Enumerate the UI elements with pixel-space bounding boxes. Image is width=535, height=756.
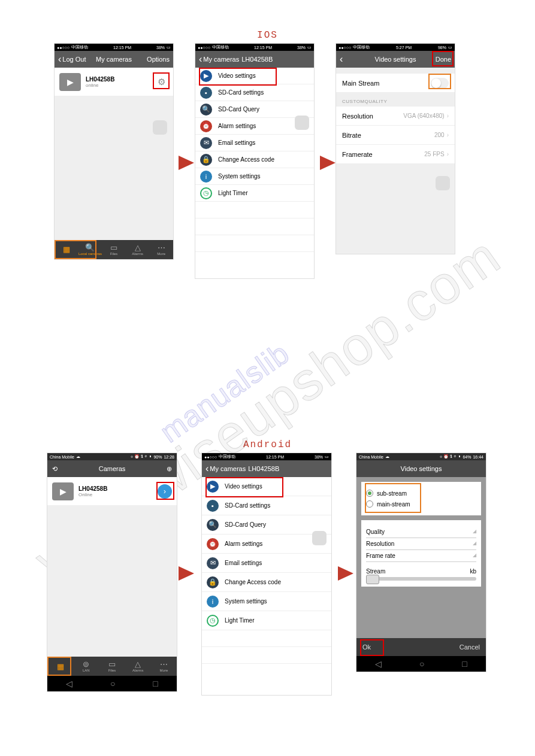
empty-row (195, 252, 314, 278)
nav-recent-icon[interactable]: □ (462, 659, 467, 669)
tab-cameras[interactable]: ▦ (55, 240, 78, 259)
sdcard-icon: ▪ (200, 87, 212, 99)
tab-lan[interactable]: ⊚LAN (73, 657, 99, 676)
radio-icon (366, 500, 373, 508)
video-icon: ▶ (207, 481, 219, 493)
row-system-settings[interactable]: iSystem settings (195, 168, 314, 185)
framerate-field[interactable]: Frame rate◢ (366, 550, 476, 562)
nav-back-icon[interactable]: ◁ (375, 659, 382, 669)
bell-icon: △ (135, 660, 141, 668)
row-light-timer[interactable]: ◷Light Timer (195, 185, 314, 202)
nav-title: Cameras (47, 465, 177, 472)
tab-more[interactable]: ⋯More (151, 657, 177, 676)
camera-row[interactable]: ▶ LH04258B Online › (47, 477, 177, 506)
row-email-settings[interactable]: ✉Email settings (195, 135, 314, 151)
main-stream-row[interactable]: Main Stream (336, 74, 455, 93)
bitrate-row[interactable]: Bitrate 200› (336, 126, 455, 145)
radio-main-stream[interactable]: main-stream (366, 499, 476, 509)
alarm-icon: ⏰ (207, 538, 219, 550)
nav-title: LH04258B (248, 465, 279, 472)
search-icon: 🔍 (200, 104, 212, 116)
nav-home-icon[interactable]: ○ (110, 679, 115, 688)
video-settings-body: Main Stream CUSTOMQUALITY Resolution VGA… (336, 68, 455, 254)
camera-row[interactable]: ▶ LH04258B online ⚙ (55, 68, 173, 96)
quality-field[interactable]: Quality◢ (366, 526, 476, 538)
row-sdcard-settings[interactable]: ▪SD-Card settings (202, 496, 331, 515)
nav-bar: ‹Log Out My cameras Options (55, 51, 173, 68)
assistive-touch-icon[interactable] (312, 531, 327, 545)
more-icon: ⋯ (158, 244, 165, 251)
status-bar: China Mobile☁ ⟐ ⏰ ⇅ ᯤ ▮64%16:44 (356, 453, 486, 460)
ok-button[interactable]: Ok (362, 643, 371, 651)
framerate-row[interactable]: Framerate 25 FPS› (336, 145, 455, 164)
arrow-icon (179, 156, 194, 170)
tab-files[interactable]: ▭Files (99, 657, 125, 676)
tab-local[interactable]: 🔍Local cameras (78, 240, 102, 259)
timer-icon: ◷ (200, 187, 212, 199)
tab-files[interactable]: ▭Files (102, 240, 126, 259)
settings-list: ▶Video settings ▪SD-Card settings 🔍SD-Ca… (195, 68, 314, 278)
assistive-touch-icon[interactable] (153, 120, 167, 135)
dropdown-icon: ◢ (473, 541, 476, 547)
row-light-timer[interactable]: ◷Light Timer (202, 611, 331, 630)
row-video-settings[interactable]: ▶Video settings (195, 68, 314, 84)
radio-sub-stream[interactable]: sub-stream (366, 488, 476, 499)
row-system-settings[interactable]: iSystem settings (202, 592, 331, 611)
sdcard-icon: ▪ (207, 500, 219, 512)
row-change-access[interactable]: 🔒Change Access code (195, 151, 314, 168)
tab-alarms[interactable]: △Alarms (125, 657, 151, 676)
back-button[interactable]: ‹My cameras (205, 465, 246, 472)
timer-icon: ◷ (207, 615, 219, 627)
android-screen-1: China Mobile☁ ⟐ ⏰ ⇅ ᯤ ▮90%12:28 ⟲ Camera… (47, 453, 177, 692)
chevron-right-icon: › (447, 113, 449, 119)
assistive-touch-icon[interactable] (436, 176, 450, 190)
radio-icon (366, 490, 373, 497)
empty-row (195, 235, 314, 252)
status-bar: ●●○○○中国移动 12:15 PM 38%▭ (202, 453, 331, 460)
nav-back-icon[interactable]: ◁ (66, 679, 72, 688)
cancel-button[interactable]: Cancel (460, 643, 480, 651)
email-icon: ✉ (200, 137, 212, 149)
row-video-settings[interactable]: ▶Video settings (202, 477, 331, 496)
row-sdcard-settings[interactable]: ▪SD-Card settings (195, 84, 314, 101)
empty-row (195, 202, 314, 218)
nav-recent-icon[interactable]: □ (153, 679, 158, 688)
gear-button[interactable]: ⚙ (154, 75, 168, 89)
android-screen-2: ●●○○○中国移动 12:15 PM 38%▭ ‹My cameras LH04… (201, 453, 332, 696)
options-button[interactable]: Options (147, 56, 170, 63)
lan-icon: ⊚ (83, 660, 89, 668)
tab-more[interactable]: ⋯More (149, 240, 173, 259)
chevron-left-icon: ‹ (205, 466, 208, 471)
empty-area (47, 506, 177, 657)
ios-screen-1: ●●○○○中国移动 12:15 PM 38%▭ ‹Log Out My came… (54, 43, 174, 260)
row-change-access[interactable]: 🔒Change Access code (202, 573, 331, 592)
settings-list: ▶Video settings ▪SD-Card settings 🔍SD-Ca… (202, 477, 331, 695)
info-icon: i (207, 596, 219, 608)
nav-bar: Video settings (356, 460, 486, 477)
status-bar: ●●○○○中国移动 5:27 PM 98%▭ (336, 44, 455, 51)
row-sdcard-query[interactable]: 🔍SD-Card Query (202, 515, 331, 535)
chevron-right-icon: › (447, 132, 449, 138)
assistive-touch-icon[interactable] (295, 116, 309, 130)
empty-area (55, 96, 173, 240)
camera-icon: ▦ (57, 663, 64, 670)
arrow-icon (179, 566, 194, 581)
bell-icon: △ (135, 244, 141, 251)
nav-home-icon[interactable]: ○ (419, 659, 424, 669)
tab-bar: ▦ 🔍Local cameras ▭Files △Alarms ⋯More (55, 240, 173, 259)
stream-type-card: sub-stream main-stream (361, 482, 481, 515)
chevron-left-icon: ‹ (199, 57, 202, 62)
resolution-field[interactable]: Resolution◢ (366, 538, 476, 550)
status-time: 12:15 PM (113, 45, 131, 50)
status-bar: China Mobile☁ ⟐ ⏰ ⇅ ᯤ ▮90%12:28 (47, 453, 177, 460)
done-button[interactable]: Done (436, 56, 451, 63)
resolution-row[interactable]: Resolution VGA (640x480)› (336, 107, 455, 126)
tab-cameras[interactable]: ▦ (47, 657, 73, 676)
row-email-settings[interactable]: ✉Email settings (202, 554, 331, 573)
status-bar: ●●○○○中国移动 12:15 PM 38%▭ (195, 44, 314, 51)
back-button[interactable]: ‹My cameras (199, 56, 239, 63)
tab-alarms[interactable]: △Alarms (126, 240, 150, 259)
arrow-button[interactable]: › (158, 484, 172, 499)
main-stream-toggle[interactable] (431, 78, 449, 89)
stream-slider[interactable] (366, 577, 476, 581)
